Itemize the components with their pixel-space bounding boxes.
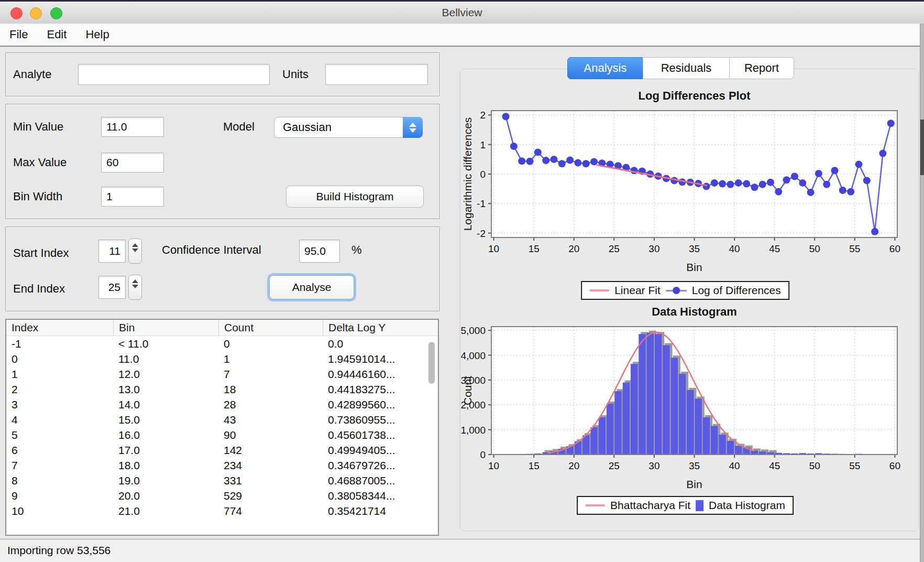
table-row[interactable]: 617.01420.49949405... <box>6 442 438 458</box>
table-cell: 0.45601738... <box>323 427 438 442</box>
build-histogram-button[interactable]: Build Histogram <box>286 186 424 208</box>
table-cell: 7 <box>6 458 113 473</box>
edge-scrollbar-thumb[interactable] <box>920 120 924 175</box>
table-cell: 0.44183275... <box>323 382 438 397</box>
svg-text:35: 35 <box>689 243 700 254</box>
menu-item-edit[interactable]: Edit <box>37 24 76 45</box>
svg-text:15: 15 <box>529 460 540 471</box>
stepper-up-icon <box>132 279 138 283</box>
min-value-input[interactable] <box>101 117 164 137</box>
svg-text:Log Differences Plot: Log Differences Plot <box>639 89 751 102</box>
table-cell: 3 <box>6 397 113 412</box>
svg-text:35: 35 <box>689 460 700 471</box>
table-cell: 9 <box>6 488 113 503</box>
table-row[interactable]: 112.070.94446160... <box>6 366 438 382</box>
units-input[interactable] <box>325 64 428 85</box>
table-cell: 0 <box>6 351 113 366</box>
stepper-down-icon <box>132 285 138 288</box>
units-label: Units <box>282 68 309 81</box>
histogram-legend: Bhattacharya Fit Data Histogram <box>577 496 794 515</box>
column-header-delta-log-y[interactable]: Delta Log Y <box>323 320 438 336</box>
start-index-stepper[interactable] <box>128 239 142 264</box>
table-cell: 0.46887005... <box>323 473 438 488</box>
table-cell: 17.0 <box>113 442 218 458</box>
svg-text:1,000: 1,000 <box>461 425 486 436</box>
svg-text:25: 25 <box>609 243 620 254</box>
svg-text:4,000: 4,000 <box>461 350 486 361</box>
bin-data-table[interactable]: IndexBinCountDelta Log Y -1< 11.000.0011… <box>5 319 439 536</box>
table-cell: 0.34679726... <box>323 458 438 473</box>
svg-text:55: 55 <box>849 243 860 254</box>
svg-text:50: 50 <box>809 460 820 471</box>
svg-text:10: 10 <box>488 460 499 471</box>
menu-item-help[interactable]: Help <box>76 24 118 45</box>
end-index-input[interactable] <box>98 276 126 299</box>
status-text: Importing row 53,556 <box>7 539 111 561</box>
table-cell: 5 <box>6 427 113 442</box>
model-select[interactable]: Gaussian <box>274 117 423 138</box>
table-row[interactable]: 516.0900.45601738... <box>6 427 438 442</box>
end-index-stepper[interactable] <box>128 275 142 300</box>
analyte-label: Analyte <box>13 68 51 81</box>
model-select-arrows[interactable] <box>403 117 423 138</box>
table-cell: 0.42899560... <box>323 397 438 412</box>
table-cell: 0.73860955... <box>323 412 438 427</box>
table-cell: 10 <box>6 503 113 518</box>
table-cell: 0.35421714 <box>323 503 438 518</box>
svg-text:45: 45 <box>769 243 780 254</box>
title-bar[interactable]: Bellview <box>0 2 924 24</box>
table-cell: 19.0 <box>113 473 218 488</box>
table-cell: 8 <box>6 473 113 488</box>
svg-text:25: 25 <box>609 460 620 471</box>
table-row[interactable]: 1021.07740.35421714 <box>6 503 438 518</box>
table-cell: 774 <box>218 503 323 518</box>
menu-item-file[interactable]: File <box>0 24 37 45</box>
window-edge-scrollbar[interactable] <box>920 24 924 562</box>
start-index-input[interactable] <box>98 240 126 263</box>
max-value-label: Max Value <box>13 156 67 169</box>
column-header-count[interactable]: Count <box>218 320 323 336</box>
table-cell: 6 <box>6 442 113 458</box>
svg-text:-2: -2 <box>477 228 486 239</box>
svg-text:Data Histogram: Data Histogram <box>652 305 737 318</box>
svg-text:2: 2 <box>480 110 486 121</box>
svg-text:Count: Count <box>461 376 474 405</box>
tab-residuals[interactable]: Residuals <box>643 57 730 79</box>
table-header: IndexBinCountDelta Log Y <box>6 320 438 336</box>
bin-width-input[interactable] <box>101 187 164 207</box>
table-cell: 0.0 <box>323 336 438 351</box>
table-row[interactable]: 920.05290.38058344... <box>6 488 438 503</box>
svg-text:Bin: Bin <box>686 261 702 273</box>
table-row[interactable]: 415.0430.73860955... <box>6 412 438 427</box>
table-scrollbar-thumb[interactable] <box>428 342 435 384</box>
table-cell: 14.0 <box>113 397 218 412</box>
confidence-interval-label: Confidence Interval <box>162 243 261 257</box>
svg-text:20: 20 <box>568 243 579 254</box>
bin-width-label: Bin Width <box>13 190 62 203</box>
svg-text:10: 10 <box>488 243 499 254</box>
chevron-down-icon <box>409 128 416 133</box>
svg-text:30: 30 <box>648 243 659 254</box>
table-row[interactable]: 213.0180.44183275... <box>6 382 438 397</box>
linear-fit-label: Linear Fit <box>614 284 661 297</box>
data-histogram-swatch <box>696 500 703 511</box>
max-value-input[interactable] <box>101 153 164 172</box>
table-row[interactable]: -1< 11.000.0 <box>6 336 438 351</box>
svg-text:Bin: Bin <box>686 478 702 490</box>
confidence-interval-input[interactable] <box>299 240 340 263</box>
table-row[interactable]: 011.011.94591014... <box>6 351 438 366</box>
log-differences-plot: 1015202530354045505560-2-1012Log Differe… <box>461 79 914 278</box>
svg-text:40: 40 <box>729 460 740 471</box>
analyte-input[interactable] <box>78 64 270 85</box>
table-row[interactable]: 819.03310.46887005... <box>6 473 438 488</box>
column-header-bin[interactable]: Bin <box>113 320 218 336</box>
data-histogram-label: Data Histogram <box>709 499 785 512</box>
table-cell: 20.0 <box>113 488 218 503</box>
tab-analysis[interactable]: Analysis <box>567 57 643 79</box>
tab-report[interactable]: Report <box>729 57 794 79</box>
log-of-differences-label: Log of Differences <box>692 284 781 297</box>
column-header-index[interactable]: Index <box>6 320 113 336</box>
analyse-button[interactable]: Analyse <box>269 275 354 299</box>
table-row[interactable]: 718.02340.34679726... <box>6 458 438 473</box>
table-row[interactable]: 314.0280.42899560... <box>6 397 438 412</box>
